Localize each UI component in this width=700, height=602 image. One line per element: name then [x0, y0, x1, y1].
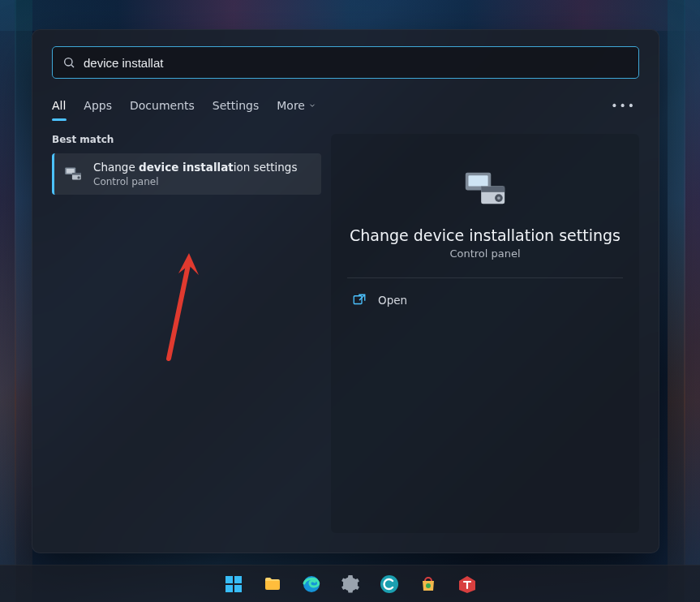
search-icon — [62, 56, 75, 69]
separator — [347, 277, 623, 278]
app-misc-button[interactable] — [412, 568, 444, 600]
svg-rect-13 — [354, 296, 362, 304]
gear-icon — [341, 574, 360, 594]
result-change-device-installation-settings[interactable]: Change device installation settings Cont… — [52, 153, 321, 195]
tab-settings[interactable]: Settings — [213, 97, 259, 114]
bag-icon — [419, 574, 438, 594]
tab-all[interactable]: All — [52, 97, 66, 114]
app-t-button[interactable] — [451, 568, 483, 600]
tab-more[interactable]: More — [277, 97, 316, 114]
chevron-down-icon — [308, 101, 316, 110]
result-detail-pane: Change device installation settings Cont… — [331, 134, 639, 533]
wallpaper-top-strip — [0, 0, 700, 31]
svg-rect-3 — [67, 169, 75, 173]
wallpaper-strip — [684, 0, 700, 602]
svg-point-6 — [77, 177, 79, 179]
result-title: Change device installation settings — [93, 161, 297, 175]
svg-rect-17 — [234, 585, 242, 592]
best-match-heading: Best match — [52, 134, 321, 145]
svg-line-1 — [71, 65, 74, 67]
taskbar — [0, 565, 700, 602]
detail-subtitle: Control panel — [449, 247, 520, 260]
open-icon — [352, 293, 367, 307]
svg-point-20 — [426, 583, 431, 588]
tab-apps[interactable]: Apps — [84, 97, 112, 114]
svg-rect-14 — [225, 576, 233, 583]
action-open-label: Open — [378, 294, 407, 307]
settings-button[interactable] — [334, 568, 367, 600]
results-column: Best match Change device installation se… — [52, 134, 321, 533]
svg-point-0 — [65, 58, 72, 66]
search-filter-tabs: All Apps Documents Settings More ••• — [52, 93, 639, 118]
wallpaper-strip — [668, 0, 685, 602]
app-c-button[interactable] — [373, 568, 406, 600]
action-open[interactable]: Open — [347, 286, 623, 314]
file-explorer-button[interactable] — [256, 568, 289, 600]
svg-rect-16 — [225, 585, 233, 592]
search-box[interactable] — [52, 46, 639, 79]
tab-documents[interactable]: Documents — [130, 97, 195, 114]
svg-rect-15 — [234, 576, 242, 583]
more-options-button[interactable]: ••• — [608, 97, 639, 114]
svg-rect-10 — [481, 187, 505, 192]
svg-point-19 — [380, 575, 398, 593]
letter-c-icon — [380, 574, 399, 594]
svg-rect-5 — [72, 173, 81, 175]
result-text: Change device installation settings Cont… — [93, 161, 297, 187]
letter-t-icon — [457, 574, 477, 594]
wallpaper-strip — [0, 0, 16, 602]
result-subtitle: Control panel — [93, 176, 297, 187]
edge-button[interactable] — [295, 568, 328, 600]
svg-point-12 — [497, 196, 500, 200]
tab-more-label: More — [277, 99, 305, 112]
folder-icon — [263, 574, 282, 594]
start-button[interactable] — [217, 568, 250, 600]
search-input[interactable] — [84, 56, 629, 70]
windows-logo-icon — [224, 574, 243, 594]
devices-printers-icon — [62, 163, 84, 184]
start-search-panel: All Apps Documents Settings More ••• Bes… — [32, 29, 659, 553]
svg-rect-8 — [468, 175, 487, 186]
edge-icon — [302, 574, 321, 594]
detail-title: Change device installation settings — [350, 226, 621, 244]
devices-printers-icon — [462, 165, 509, 212]
wallpaper-strip — [15, 0, 32, 602]
